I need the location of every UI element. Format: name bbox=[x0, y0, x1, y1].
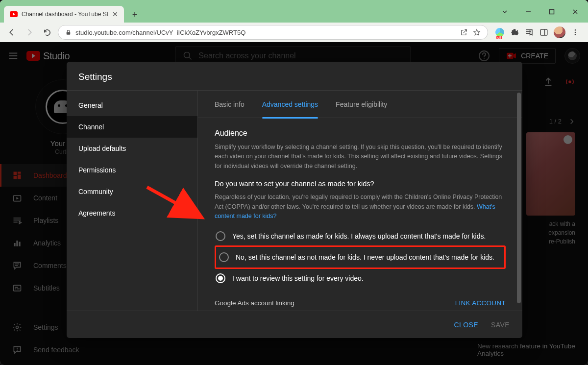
browser-tab[interactable]: Channel dashboard - YouTube St ✕ bbox=[4, 6, 124, 23]
radio-yes-label: Yes, set this channel as made for kids. … bbox=[232, 232, 486, 240]
modal-sidebar: General Channel Upload defaults Permissi… bbox=[67, 91, 198, 311]
radio-review-row[interactable]: I want to review this setting for every … bbox=[215, 270, 506, 287]
audience-paragraph: Simplify your workflow by selecting a ch… bbox=[215, 143, 506, 171]
radio-review-label: I want to review this setting for every … bbox=[232, 274, 364, 282]
ms-item-permissions[interactable]: Permissions bbox=[67, 159, 197, 181]
svg-rect-3 bbox=[540, 29, 547, 35]
settings-modal: Settings General Channel Upload defaults… bbox=[67, 62, 522, 338]
radio-no-label: No, set this channel as not made for kid… bbox=[236, 253, 494, 261]
profile-avatar-icon[interactable] bbox=[554, 26, 565, 38]
scrollbar[interactable] bbox=[517, 93, 521, 303]
ms-item-general[interactable]: General bbox=[67, 95, 197, 116]
address-bar[interactable]: studio.youtube.com/channel/UCvY_iICkXoZY… bbox=[58, 25, 488, 40]
radio-icon bbox=[216, 273, 225, 283]
tab-basic-info[interactable]: Basic info bbox=[215, 91, 245, 118]
svg-point-7 bbox=[575, 34, 576, 35]
kebab-menu-icon[interactable] bbox=[570, 27, 580, 37]
ms-item-channel[interactable]: Channel bbox=[67, 116, 197, 138]
svg-point-5 bbox=[575, 29, 576, 31]
window-close-icon[interactable] bbox=[564, 5, 586, 19]
browser-toolbar: studio.youtube.com/channel/UCvY_iICkXoZY… bbox=[0, 23, 588, 42]
ads-heading: Google Ads account linking bbox=[215, 299, 294, 307]
close-button[interactable]: CLOSE bbox=[454, 321, 478, 329]
url-text: studio.youtube.com/channel/UCvY_iICkXoZY… bbox=[75, 29, 245, 36]
radio-yes-row[interactable]: Yes, set this channel as made for kids. … bbox=[215, 228, 506, 244]
ms-item-community[interactable]: Community bbox=[67, 181, 197, 202]
new-tab-button[interactable]: + bbox=[128, 8, 142, 22]
link-account-button[interactable]: LINK ACCOUNT bbox=[455, 299, 506, 307]
radio-no-row[interactable]: No, set this channel as not made for kid… bbox=[218, 249, 502, 266]
kids-paragraph: Regardless of your location, you're lega… bbox=[215, 193, 506, 221]
window-dropdown-icon[interactable] bbox=[494, 5, 515, 19]
browser-tabstrip: Channel dashboard - YouTube St ✕ + bbox=[0, 6, 588, 23]
tab-feature-eligibility[interactable]: Feature eligibility bbox=[336, 91, 387, 118]
extension-icon[interactable]: off bbox=[495, 27, 505, 37]
audience-heading: Audience bbox=[215, 129, 506, 138]
kids-question: Do you want to set your channel as made … bbox=[215, 180, 506, 188]
save-button[interactable]: SAVE bbox=[491, 321, 510, 329]
lock-icon bbox=[65, 29, 72, 36]
tab-title: Channel dashboard - YouTube St bbox=[22, 11, 108, 18]
share-icon[interactable] bbox=[460, 28, 468, 36]
radio-icon bbox=[216, 231, 225, 241]
svg-point-6 bbox=[575, 32, 576, 33]
star-icon[interactable] bbox=[473, 28, 481, 36]
extensions-puzzle-icon[interactable] bbox=[510, 27, 519, 37]
forward-icon bbox=[23, 25, 36, 39]
window-minimize-icon[interactable] bbox=[517, 5, 539, 19]
svg-rect-2 bbox=[67, 32, 71, 34]
reading-list-icon[interactable] bbox=[524, 27, 534, 37]
modal-content: Basic info Advanced settings Feature eli… bbox=[198, 91, 522, 311]
ms-item-agreements[interactable]: Agreements bbox=[67, 202, 197, 224]
window-maximize-icon[interactable] bbox=[541, 5, 563, 19]
svg-rect-1 bbox=[550, 10, 554, 14]
sidepanel-icon[interactable] bbox=[539, 27, 549, 37]
tab-close-icon[interactable]: ✕ bbox=[112, 10, 118, 18]
tab-advanced-settings[interactable]: Advanced settings bbox=[262, 91, 318, 118]
ms-item-upload-defaults[interactable]: Upload defaults bbox=[67, 138, 197, 159]
back-icon[interactable] bbox=[5, 25, 19, 39]
highlighted-option: No, set this channel as not made for kid… bbox=[215, 245, 506, 269]
youtube-favicon bbox=[10, 11, 18, 17]
reload-icon[interactable] bbox=[40, 25, 54, 39]
modal-title: Settings bbox=[67, 62, 522, 90]
radio-icon bbox=[219, 252, 229, 262]
